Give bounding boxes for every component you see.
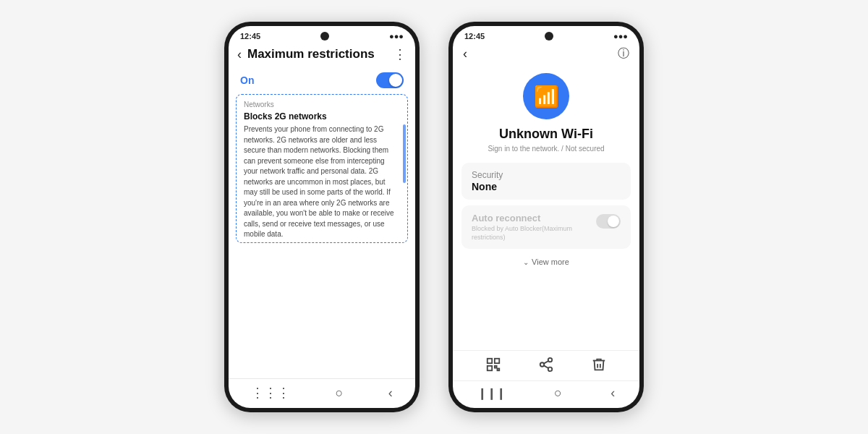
restriction-title-1: Blocks 2G networks — [244, 111, 400, 122]
view-more-row[interactable]: ⌄ View more — [453, 255, 639, 272]
time-2: 12:45 — [464, 32, 485, 41]
auto-reconnect-title: Auto reconnect — [472, 213, 587, 224]
wifi-header-bar: ‹ ⓘ — [453, 43, 639, 66]
svg-line-9 — [544, 365, 548, 368]
wifi-icon: 📶 — [534, 85, 559, 109]
svg-rect-4 — [498, 369, 500, 371]
more-options-1[interactable]: ⋮ — [393, 46, 407, 62]
phone-1-screen: 12:45 ●●● ‹ Maximum restrictions ⋮ On Ne… — [229, 26, 415, 408]
wifi-subtitle: Sign in to the network. / Not secured — [453, 145, 639, 153]
view-more-label: View more — [532, 258, 569, 266]
back-button-1[interactable]: ‹ — [237, 47, 242, 62]
auto-reconnect-toggle[interactable] — [596, 214, 621, 229]
auto-reconnect-card: Auto reconnect Blocked by Auto Blocker(M… — [461, 205, 631, 249]
toggle-knob — [389, 74, 402, 87]
toggle-switch-on[interactable] — [376, 72, 404, 88]
phone-2-screen: 12:45 ●●● ‹ ⓘ 📶 Unknown Wi-Fi Sign in to… — [453, 26, 639, 408]
svg-point-8 — [548, 367, 553, 372]
wifi-actions — [453, 350, 639, 380]
header-bar-1: ‹ Maximum restrictions ⋮ — [229, 43, 415, 68]
bottom-nav-1: ⋮⋮⋮ ○ ‹ — [229, 378, 415, 408]
restrictions-content: Networks Blocks 2G networks Prevents you… — [236, 94, 408, 243]
camera-cutout-1 — [320, 32, 329, 41]
phone-2: 12:45 ●●● ‹ ⓘ 📶 Unknown Wi-Fi Sign in to… — [448, 22, 644, 412]
svg-rect-3 — [495, 366, 497, 368]
delete-icon[interactable] — [591, 357, 607, 376]
qr-code-icon[interactable] — [485, 357, 501, 376]
wifi-content: 📶 Unknown Wi-Fi Sign in to the network. … — [453, 66, 639, 408]
page-title-1: Maximum restrictions — [247, 47, 388, 61]
status-bar-2: 12:45 ●●● — [453, 26, 639, 43]
phone-1: 12:45 ●●● ‹ Maximum restrictions ⋮ On Ne… — [224, 22, 420, 412]
nav-home-1[interactable]: ○ — [336, 386, 344, 401]
auto-reconnect-left: Auto reconnect Blocked by Auto Blocker(M… — [472, 213, 587, 242]
auto-reconnect-subtitle: Blocked by Auto Blocker(Maximum restrict… — [472, 225, 587, 242]
svg-point-6 — [548, 358, 553, 362]
nav-home-2[interactable]: ○ — [554, 386, 562, 401]
scroll-indicator — [403, 124, 406, 183]
toggle-row-1: On — [229, 68, 415, 94]
nav-recents-2[interactable]: ❙❙❙ — [477, 386, 506, 400]
status-icons-1: ●●● — [389, 32, 404, 41]
toggle-label-1: On — [240, 75, 254, 86]
nav-back-1[interactable]: ‹ — [388, 386, 393, 401]
status-icons-2: ●●● — [613, 32, 628, 41]
nav-back-2[interactable]: ‹ — [610, 386, 615, 401]
nav-recents-1[interactable]: ⋮⋮⋮ — [251, 385, 290, 401]
svg-rect-2 — [488, 366, 492, 370]
wifi-icon-circle: 📶 — [523, 73, 569, 119]
time-1: 12:45 — [240, 32, 260, 41]
info-icon[interactable]: ⓘ — [618, 46, 629, 61]
security-card: Security None — [461, 163, 631, 200]
section-label-networks: Networks — [244, 101, 400, 109]
security-value: None — [472, 181, 621, 192]
security-label: Security — [472, 170, 621, 180]
svg-line-10 — [544, 361, 548, 364]
restriction-body-1: Prevents your phone from connecting to 2… — [244, 124, 400, 240]
bottom-nav-2: ❙❙❙ ○ ‹ — [453, 380, 639, 408]
svg-rect-0 — [488, 359, 492, 363]
chevron-down-icon: ⌄ — [523, 258, 529, 266]
back-button-2[interactable]: ‹ — [463, 46, 467, 61]
share-icon[interactable] — [538, 357, 554, 376]
wifi-network-name: Unknown Wi-Fi — [453, 127, 639, 142]
auto-reconnect-knob — [608, 216, 619, 227]
status-bar-1: 12:45 ●●● — [229, 26, 415, 43]
svg-point-7 — [540, 362, 545, 367]
camera-cutout-2 — [545, 32, 553, 41]
svg-rect-1 — [495, 359, 499, 363]
